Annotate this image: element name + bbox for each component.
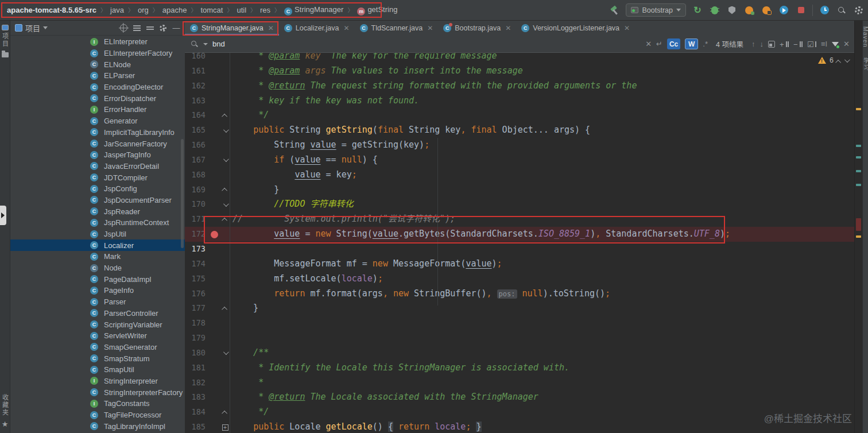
tree-item-PageDataImpl[interactable]: CPageDataImpl [10,273,185,285]
fold-gutter[interactable] [220,346,230,361]
fold-gutter[interactable] [220,227,230,242]
fold-collapse-icon[interactable] [222,188,227,194]
fold-collapse-icon[interactable] [222,307,227,312]
code-line-182[interactable]: 182 * [185,376,854,391]
tree-item-SmapUtil[interactable]: CSmapUtil [10,364,185,376]
tab-Bootstrap.java[interactable]: CBootstrap.java✕ [438,21,516,36]
code-line-185[interactable]: 185+ public Locale getLocale() { return … [185,420,854,433]
rerun-button[interactable]: ↻ [692,5,703,16]
tree-item-SmapStratum[interactable]: CSmapStratum [10,353,185,364]
breakpoint-gutter[interactable] [208,242,220,257]
remove-occurrence-button[interactable]: − [793,40,803,48]
code-line-169[interactable]: 169 } [185,183,854,198]
tab-Localizer.java[interactable]: CLocalizer.java✕ [279,21,355,36]
tree-item-JspUtil[interactable]: CJspUtil [10,229,185,240]
breakpoint-gutter[interactable] [208,287,220,301]
fold-gutter[interactable] [220,405,230,420]
code-line-166[interactable]: 166 String value = getString(key); [185,138,854,153]
breakpoint-gutter[interactable] [208,153,220,168]
hide-panel-button[interactable]: — [171,23,181,33]
breakpoint-gutter[interactable] [208,272,220,287]
fold-collapse-icon[interactable] [223,349,228,355]
code-line-172[interactable]: 172 value = new String(value.getBytes(St… [185,227,854,242]
code-line-175[interactable]: 175 mf.setLocale(locale); [185,272,854,287]
fold-gutter[interactable] [220,108,230,123]
breadcrumb-item-apache-tomcat-8.5.65-src[interactable]: apache-tomcat-8.5.65-src [6,5,98,15]
fold-gutter[interactable] [220,53,230,64]
tree-item-JasperTagInfo[interactable]: CJasperTagInfo [10,149,185,161]
breadcrumb-item-apache[interactable]: apache [161,5,188,15]
fold-gutter[interactable] [220,361,230,376]
breakpoint-gutter[interactable] [208,301,220,316]
breakpoint-gutter[interactable] [208,212,220,227]
fold-gutter[interactable] [220,272,230,287]
fold-gutter[interactable]: + [220,420,230,433]
fold-collapse-icon[interactable] [222,411,227,416]
error-stripe-mark[interactable] [856,145,861,147]
code-line-162[interactable]: 162 * @return The request string formatt… [185,79,854,94]
folder-icon[interactable] [2,52,9,57]
tree-item-TagConstants[interactable]: ITagConstants [10,398,185,409]
breadcrumb-item-tomcat[interactable]: tomcat [199,5,224,15]
code-line-163[interactable]: 163 * key if the key was not found. [185,94,854,109]
tree-item-ScriptingVariabler[interactable]: CScriptingVariabler [10,319,185,330]
close-find-bar-button[interactable]: ✕ [843,40,850,48]
profiler-button[interactable] [743,5,755,16]
fold-gutter[interactable] [220,390,230,405]
error-stripe-mark[interactable] [856,184,861,186]
breakpoint-gutter[interactable] [208,346,220,361]
run-services-button[interactable] [778,5,789,16]
tab-TldScanner.java[interactable]: CTldScanner.java✕ [355,21,439,36]
tree-item-JDTCompiler[interactable]: CJDTCompiler [10,172,185,183]
fold-gutter[interactable] [220,287,230,301]
fold-gutter[interactable] [220,79,230,94]
tool-stripe-learn[interactable]: 学习 [862,57,868,71]
close-tab-icon[interactable]: ✕ [623,24,630,32]
fold-gutter[interactable] [220,376,230,391]
fold-expand-icon[interactable]: + [222,424,228,431]
tree-item-Mark[interactable]: CMark [10,251,185,262]
breakpoint-gutter[interactable] [208,316,220,331]
error-stripe-mark[interactable] [856,170,861,172]
breadcrumb-item-util[interactable]: util [235,5,247,15]
tree-item-TagLibraryInfoImpl[interactable]: CTagLibraryInfoImpl [10,420,185,432]
fold-gutter[interactable] [220,331,230,346]
breakpoint-gutter[interactable] [208,227,220,242]
words-toggle[interactable]: W [685,38,698,49]
fold-gutter[interactable] [220,316,230,331]
fold-collapse-icon[interactable] [223,156,228,162]
error-stripe-mark[interactable] [856,156,861,158]
breadcrumb-item-res[interactable]: res [259,5,272,15]
breadcrumb-item-org[interactable]: org [137,5,150,15]
tree-item-ELNode[interactable]: CELNode [10,59,185,70]
breakpoint-gutter[interactable] [208,94,220,109]
tree-item-TagFileProcessor[interactable]: CTagFileProcessor [10,409,185,421]
match-case-toggle[interactable]: Cc [667,38,680,49]
fold-gutter[interactable] [220,123,230,138]
tree-item-ImplicitTagLibraryInfo[interactable]: CImplicitTagLibraryInfo [10,127,185,138]
breadcrumb-item-StringManager[interactable]: CStringManager [283,5,344,16]
fold-gutter[interactable] [220,212,230,227]
breakpoint-gutter[interactable] [208,79,220,94]
breakpoint-gutter[interactable] [208,405,220,420]
code-line-184[interactable]: 184 */ [185,405,854,420]
expand-all-button[interactable] [131,23,142,33]
coverage-button[interactable] [726,5,738,16]
newline-icon[interactable]: ↵ [656,40,662,48]
tree-item-ELInterpreterFactory[interactable]: CELInterpreterFactory [10,48,185,59]
tree-item-Generator[interactable]: CGenerator [10,115,185,127]
fold-gutter[interactable] [220,168,230,183]
code-line-183[interactable]: 183 * @return The Locale associated with… [185,390,854,405]
breakpoint-gutter[interactable] [208,138,220,153]
breakpoint-gutter[interactable] [208,390,220,405]
profiler-lock-button[interactable] [761,5,772,16]
prev-warning-icon[interactable] [835,59,841,65]
fold-gutter[interactable] [220,301,230,316]
error-stripe-mark[interactable] [856,218,861,231]
tree-item-ServletWriter[interactable]: CServletWriter [10,330,185,342]
project-tool-icon[interactable] [2,25,9,30]
tree-scrollbar[interactable] [181,139,184,248]
code-line-167[interactable]: 167 if (value == null) { [185,153,854,168]
breakpoint-gutter[interactable] [208,257,220,272]
search-in-selection-button[interactable] [768,41,775,48]
